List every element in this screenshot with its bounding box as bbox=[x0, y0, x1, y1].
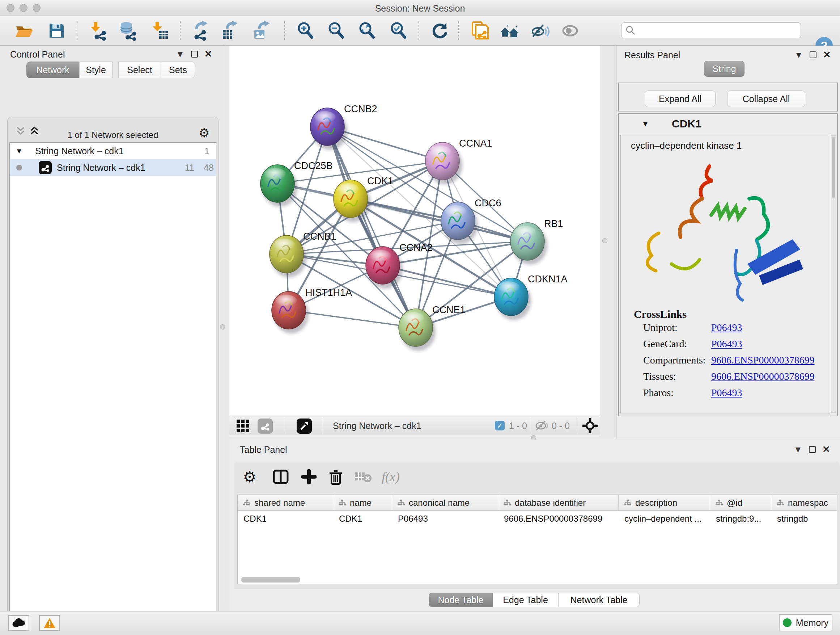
section-collapse-icon[interactable]: ▼ bbox=[641, 119, 649, 128]
expand-all-button[interactable]: Expand All bbox=[645, 90, 715, 107]
panel-collapse-icon[interactable]: ▼ bbox=[794, 50, 803, 60]
panel-close-icon[interactable]: ✕ bbox=[822, 444, 830, 455]
search-input[interactable] bbox=[636, 25, 791, 35]
duplicate-network-icon[interactable] bbox=[469, 20, 490, 41]
table-function-icon[interactable]: f(x) bbox=[381, 467, 401, 487]
tab-sets[interactable]: Sets bbox=[161, 62, 195, 78]
table-cell: stringdb:9... bbox=[710, 511, 771, 527]
tab-select[interactable]: Select bbox=[118, 62, 161, 78]
crosslink-link[interactable]: 9606.ENSP00000378699 bbox=[711, 355, 814, 366]
crosslink-row: Compartments:9606.ENSP00000378699 bbox=[621, 355, 830, 371]
network-row[interactable]: String Network – cdk1 11 48 bbox=[10, 159, 216, 176]
collapse-all-button[interactable]: Collapse All bbox=[727, 90, 805, 107]
protein-structure-image bbox=[628, 155, 823, 304]
node-CCNB2[interactable]: CCNB2 bbox=[310, 103, 377, 150]
right-splitter-handle[interactable] bbox=[602, 238, 607, 243]
column-header-name[interactable]: name bbox=[333, 495, 392, 510]
gear-icon[interactable]: ⚙ bbox=[199, 126, 210, 140]
tab-style[interactable]: Style bbox=[79, 62, 112, 78]
node-CDK1[interactable]: CDK1 bbox=[333, 176, 393, 222]
node-HIST1H1A[interactable]: HIST1H1A bbox=[272, 287, 352, 333]
warning-icon bbox=[43, 617, 56, 629]
export-image-icon[interactable] bbox=[251, 20, 272, 41]
node-table[interactable]: shared namenamecanonical namedatabase id… bbox=[237, 494, 837, 584]
column-header-canonicalname[interactable]: canonical name bbox=[392, 495, 498, 510]
table-add-icon[interactable] bbox=[299, 467, 319, 487]
panel-float-icon[interactable] bbox=[191, 51, 198, 57]
column-header-description[interactable]: description bbox=[619, 495, 710, 510]
results-horizontal-scrollbar[interactable] bbox=[621, 414, 830, 416]
network-collection-row[interactable]: ▼ String Network – cdk1 1 bbox=[10, 143, 216, 159]
table-gear-icon[interactable]: ⚙ bbox=[240, 467, 260, 487]
control-panel-tabs: NetworkStyleSelectSets bbox=[0, 62, 225, 78]
gene-section-header[interactable]: ▼ CDK1 bbox=[619, 114, 837, 134]
crosslink-link[interactable]: P06493 bbox=[711, 338, 742, 350]
hide-unhide-icon[interactable] bbox=[530, 20, 551, 41]
column-header-sharedname[interactable]: shared name bbox=[238, 495, 333, 510]
panel-collapse-icon[interactable]: ▼ bbox=[794, 445, 802, 455]
crosslink-link[interactable]: P06493 bbox=[711, 322, 742, 333]
string-network-view[interactable]: CCNB2CCNA1CDC25BCDK1CDC6RB1CCNB1CCNA2CDK… bbox=[229, 46, 600, 416]
save-session-icon[interactable] bbox=[46, 20, 67, 41]
node-RB1[interactable]: RB1 bbox=[510, 218, 563, 264]
results-vertical-scrollbar[interactable] bbox=[831, 135, 836, 413]
export-network-icon[interactable] bbox=[190, 20, 211, 41]
memory-status-dot bbox=[783, 618, 791, 627]
view-toolbar-separator bbox=[284, 417, 284, 434]
cloud-button[interactable] bbox=[8, 615, 29, 631]
import-network-database-icon[interactable] bbox=[118, 20, 139, 41]
zoom-fit-icon[interactable] bbox=[356, 20, 377, 41]
crosslink-link[interactable]: P06493 bbox=[711, 387, 742, 399]
tab-edge-table[interactable]: Edge Table bbox=[493, 593, 558, 607]
column-header-namespac[interactable]: namespac bbox=[771, 495, 837, 510]
node-CDC25B[interactable]: CDC25B bbox=[261, 160, 333, 207]
control-panel: Control Panel ▼ ✕ NetworkStyleSelectSets… bbox=[0, 46, 225, 602]
zoom-out-icon[interactable] bbox=[325, 20, 347, 41]
column-header-id[interactable]: @id bbox=[710, 495, 771, 510]
grid-view-icon[interactable] bbox=[236, 419, 250, 433]
import-network-file-icon[interactable] bbox=[88, 20, 109, 41]
node-CCNB1[interactable]: CCNB1 bbox=[270, 231, 336, 277]
zoom-in-icon[interactable] bbox=[295, 20, 316, 41]
panel-float-icon[interactable] bbox=[809, 446, 816, 453]
search-field[interactable] bbox=[621, 22, 801, 38]
node-gloss bbox=[275, 295, 297, 306]
panel-float-icon[interactable] bbox=[810, 51, 816, 58]
view-toolbar-separator bbox=[577, 417, 577, 434]
table-columns-icon[interactable] bbox=[271, 467, 291, 487]
warning-button[interactable] bbox=[39, 615, 60, 631]
panel-collapse-icon[interactable]: ▼ bbox=[176, 49, 185, 59]
export-table-icon[interactable] bbox=[219, 20, 240, 41]
selected-checkbox-icon[interactable]: ✓ bbox=[495, 421, 505, 431]
table-horizontal-scrollbar[interactable] bbox=[241, 577, 300, 583]
column-header-databaseidentifier[interactable]: database identifier bbox=[498, 495, 619, 510]
panel-close-icon[interactable]: ✕ bbox=[204, 49, 212, 60]
tree-expand-icon[interactable]: ▼ bbox=[16, 147, 23, 155]
share-view-icon[interactable] bbox=[257, 418, 273, 434]
tab-node-table[interactable]: Node Table bbox=[429, 593, 493, 607]
node-CDKN1A[interactable]: CDKN1A bbox=[494, 274, 568, 320]
birdseye-view-icon[interactable] bbox=[297, 418, 312, 434]
memory-button[interactable]: Memory bbox=[779, 614, 832, 631]
home-icon[interactable] bbox=[499, 20, 520, 41]
table-delete-table-icon[interactable] bbox=[353, 467, 373, 487]
tab-network[interactable]: Network bbox=[27, 62, 79, 78]
import-table-file-icon[interactable] bbox=[149, 20, 171, 41]
network-canvas[interactable]: CCNB2CCNA1CDC25BCDK1CDC6RB1CCNB1CCNA2CDK… bbox=[229, 46, 600, 416]
toolbar-separator bbox=[458, 21, 459, 40]
zoom-selected-icon[interactable] bbox=[388, 20, 409, 41]
table-cell: P06493 bbox=[392, 511, 498, 527]
tab-network-table[interactable]: Network Table bbox=[558, 593, 639, 607]
panel-close-icon[interactable]: ✕ bbox=[823, 49, 831, 60]
crosslink-link[interactable]: 9606.ENSP00000378699 bbox=[711, 371, 814, 382]
table-row[interactable]: CDK1CDK1P064939606.ENSP00000378699cyclin… bbox=[238, 511, 837, 527]
show-all-eye-icon[interactable] bbox=[560, 20, 581, 41]
node-CCNE1[interactable]: CCNE1 bbox=[399, 304, 466, 351]
left-splitter-handle[interactable] bbox=[220, 325, 225, 329]
apply-layout-icon[interactable] bbox=[429, 20, 450, 41]
table-delete-icon[interactable] bbox=[325, 467, 346, 487]
collection-label: String Network – cdk1 bbox=[35, 146, 124, 157]
open-file-icon[interactable] bbox=[14, 20, 35, 41]
fit-crosshair-icon[interactable] bbox=[583, 418, 598, 433]
tab-string[interactable]: String bbox=[704, 61, 745, 77]
